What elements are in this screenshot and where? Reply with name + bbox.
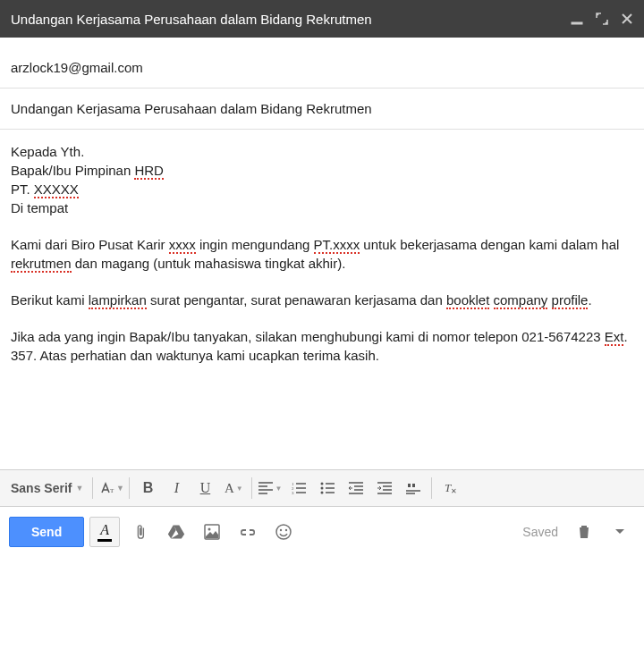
body-text: Di tempat (11, 200, 68, 215)
svg-rect-0 (572, 22, 582, 24)
body-text: dan magang (untuk mahasiswa tingkat akhi… (72, 256, 346, 271)
insert-emoji-icon[interactable] (268, 517, 299, 547)
more-options-icon[interactable] (605, 517, 635, 547)
body-text: Kepada Yth. (11, 144, 84, 159)
body-text: untuk bekerjasama dengan kami dalam hal (360, 237, 619, 252)
svg-point-6 (321, 487, 324, 490)
spell-error: lampirkan (89, 292, 147, 309)
attach-file-icon[interactable] (125, 517, 156, 547)
spell-error: rekrutmen (11, 256, 72, 273)
body-text (547, 292, 551, 308)
quote-button[interactable] (399, 476, 428, 501)
chevron-down-icon: ▼ (275, 485, 282, 493)
svg-text:T: T (110, 487, 114, 494)
email-body[interactable]: Kepada Yth. Bapak/Ibu Pimpinan HRD PT. X… (0, 130, 644, 469)
body-text: Kami dari Biro Pusat Karir (11, 237, 169, 252)
window-title: Undangan Kerjasama Perusahaan dalam Bida… (11, 12, 571, 27)
spell-error: PT.xxxx (314, 237, 360, 254)
svg-point-7 (321, 492, 324, 494)
spell-error: HRD (134, 163, 164, 180)
action-bar: Send A Saved (0, 507, 644, 557)
to-field[interactable]: arzlock19@gmail.com (0, 38, 644, 89)
separator (251, 477, 252, 499)
discard-draft-icon[interactable] (569, 517, 599, 547)
send-button[interactable]: Send (9, 517, 84, 547)
svg-text:3: 3 (292, 491, 294, 494)
subject-field[interactable]: Undangan Kerjasama Perusahaan dalam Bida… (0, 89, 644, 130)
chevron-down-icon: ▼ (236, 485, 243, 493)
expand-icon[interactable] (596, 13, 608, 25)
text-format-toggle[interactable]: A (89, 517, 120, 547)
minimize-icon[interactable] (571, 13, 583, 25)
indent-more-button[interactable] (370, 476, 399, 501)
separator (129, 477, 130, 499)
window-controls (571, 13, 633, 25)
svg-text:✕: ✕ (451, 487, 457, 495)
separator (92, 477, 93, 499)
svg-point-12 (276, 525, 291, 539)
body-text: PT. (11, 181, 34, 197)
font-size-button[interactable]: T ▼ (97, 476, 125, 501)
font-family-select[interactable]: Sans Serif ▼ (7, 476, 89, 501)
insert-link-icon[interactable] (233, 517, 263, 547)
drive-icon[interactable] (161, 517, 191, 547)
spell-error: XXXXX (34, 181, 79, 198)
body-text: surat pengantar, surat penawaran kerjasa… (147, 292, 446, 308)
numbered-list-button[interactable]: 123 (284, 476, 313, 501)
spell-error: Ext (605, 329, 624, 346)
body-text (489, 292, 493, 308)
indent-less-button[interactable] (342, 476, 370, 501)
svg-point-13 (280, 529, 282, 531)
body-text: ingin mengundang (196, 237, 314, 252)
chevron-down-icon: ▼ (116, 484, 124, 493)
svg-point-5 (321, 483, 324, 485)
bullet-list-button[interactable] (313, 476, 342, 501)
bold-button[interactable]: B (133, 476, 162, 501)
spell-error: booklet (446, 292, 489, 309)
underline-button[interactable]: U (191, 476, 219, 501)
to-value: arzlock19@gmail.com (11, 60, 143, 75)
spell-error: xxxx (169, 237, 196, 254)
window-titlebar: Undangan Kerjasama Perusahaan dalam Bida… (0, 0, 644, 38)
formatting-toolbar: Sans Serif ▼ T ▼ B I U A ▼ ▼ 123 T✕ (0, 469, 644, 507)
spell-error: profile (552, 292, 589, 309)
chevron-down-icon: ▼ (75, 484, 83, 493)
text-color-button[interactable]: A ▼ (219, 476, 248, 501)
remove-formatting-button[interactable]: T✕ (436, 476, 464, 501)
body-text: Berikut kami (11, 292, 89, 308)
align-button[interactable]: ▼ (256, 476, 284, 501)
spell-error: company (494, 292, 548, 309)
italic-button[interactable]: I (162, 476, 191, 501)
svg-point-14 (285, 529, 287, 531)
font-family-label: Sans Serif (11, 481, 72, 495)
insert-photo-icon[interactable] (197, 517, 227, 547)
separator (431, 477, 432, 499)
subject-value: Undangan Kerjasama Perusahaan dalam Bida… (11, 101, 372, 116)
body-text: Bapak/Ibu Pimpinan (11, 163, 134, 178)
close-icon[interactable] (621, 13, 633, 25)
svg-point-11 (208, 528, 211, 531)
saved-label: Saved (522, 525, 558, 539)
body-text: . (588, 292, 591, 308)
body-text: Jika ada yang ingin Bapak/Ibu tanyakan, … (11, 329, 605, 344)
